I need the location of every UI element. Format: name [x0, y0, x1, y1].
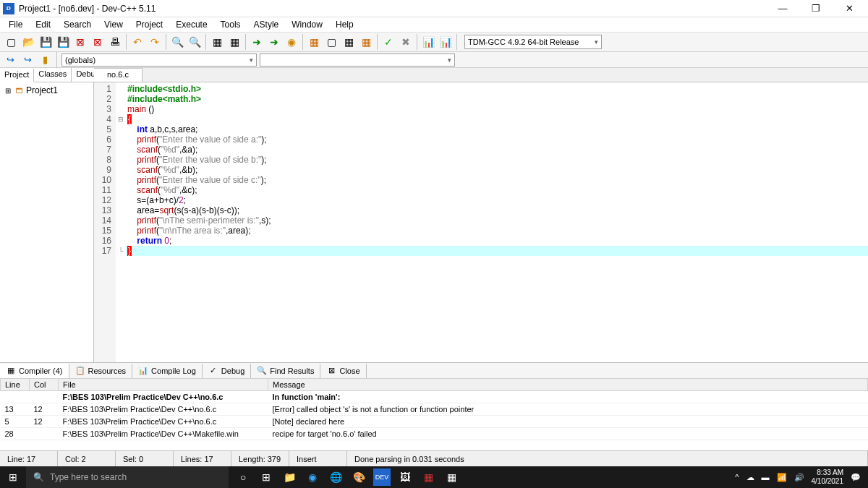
- save-icon[interactable]: 💾: [38, 34, 54, 50]
- statusbar: Line: 17 Col: 2 Sel: 0 Lines: 17 Length:…: [0, 450, 868, 466]
- paint-icon[interactable]: 🎨: [350, 468, 367, 486]
- volume-icon[interactable]: 🔊: [794, 473, 804, 482]
- chevron-down-icon: ▾: [595, 38, 598, 46]
- start-button[interactable]: ⊞: [0, 466, 26, 488]
- profile-icon[interactable]: 📊: [420, 34, 436, 50]
- minimize-button[interactable]: —: [773, 1, 793, 16]
- bottom-tab-debug[interactable]: ✓Debug: [203, 364, 251, 378]
- code-editor[interactable]: 1234567891011121314151617 ⊟└ #include<st…: [94, 82, 868, 362]
- compiler-row[interactable]: 1312F:\BES 103\Prelim Practice\Dev C++\n…: [1, 403, 868, 416]
- compiler-row[interactable]: 512F:\BES 103\Prelim Practice\Dev C++\no…: [1, 416, 868, 428]
- code-area[interactable]: #include<stdio.h>#include<math.h>main ()…: [126, 82, 868, 362]
- taskbar-search[interactable]: 🔍 Type here to search: [26, 466, 229, 488]
- onedrive-icon[interactable]: ☁: [746, 473, 754, 482]
- undo-icon[interactable]: ↶: [129, 34, 145, 50]
- goto-decl-icon[interactable]: ↪: [20, 53, 35, 67]
- menu-view[interactable]: View: [98, 18, 129, 31]
- menu-window[interactable]: Window: [286, 18, 328, 31]
- cortana-icon[interactable]: ○: [234, 468, 252, 486]
- status-parse: Done parsing in 0.031 seconds: [347, 451, 868, 466]
- edge-icon[interactable]: ◉: [304, 468, 321, 486]
- run-icon[interactable]: ▦: [226, 34, 242, 50]
- menu-help[interactable]: Help: [330, 18, 359, 31]
- compile-icon[interactable]: ▦: [209, 34, 225, 50]
- compiler-select[interactable]: TDM-GCC 4.9.2 64-bit Release ▾: [464, 35, 602, 49]
- close-file-icon[interactable]: ⊠: [72, 34, 88, 50]
- project-icon: 🗔: [14, 85, 25, 95]
- compile-run-icon[interactable]: ➜: [249, 34, 265, 50]
- check-icon[interactable]: ✓: [380, 34, 396, 50]
- col-file[interactable]: File: [59, 379, 268, 391]
- bottom-tab-resources[interactable]: 📋Resources: [69, 364, 133, 378]
- goto-func-icon[interactable]: ↪: [3, 53, 17, 67]
- member-select[interactable]: ▾: [260, 53, 455, 67]
- explorer-icon[interactable]: 📁: [281, 468, 298, 486]
- grid4-icon[interactable]: ▦: [358, 34, 374, 50]
- project-tree[interactable]: ⊞ 🗔 Project1: [0, 82, 93, 362]
- grid3-icon[interactable]: ▦: [341, 34, 357, 50]
- task-view-icon[interactable]: ⊞: [258, 468, 275, 486]
- close-all-icon[interactable]: ⊠: [90, 34, 106, 50]
- close-button[interactable]: ✕: [839, 1, 859, 16]
- bookmark-icon[interactable]: ▮: [38, 53, 52, 67]
- cancel-icon[interactable]: ✖: [398, 34, 414, 50]
- status-mode: Insert: [289, 451, 347, 466]
- menu-tools[interactable]: Tools: [215, 18, 247, 31]
- col-col[interactable]: Col: [30, 379, 59, 391]
- expand-icon[interactable]: ⊞: [3, 85, 13, 95]
- rebuild-icon[interactable]: ➜: [266, 34, 282, 50]
- window-titlebar: D Project1 - [no6.dev] - Dev-C++ 5.11 — …: [0, 0, 868, 17]
- chevron-down-icon: ▾: [250, 56, 253, 64]
- delete-profile-icon[interactable]: 📊: [438, 34, 454, 50]
- menu-execute[interactable]: Execute: [170, 18, 213, 31]
- taskbar-clock[interactable]: 8:33 AM 4/10/2021: [812, 468, 844, 486]
- print-icon[interactable]: 🖶: [107, 34, 123, 50]
- wifi-icon[interactable]: 📶: [777, 473, 787, 482]
- bottom-tab-find-results[interactable]: 🔍Find Results: [251, 364, 320, 378]
- clock-date: 4/10/2021: [812, 477, 844, 486]
- maximize-button[interactable]: ❐: [806, 1, 826, 16]
- menu-search[interactable]: Search: [58, 18, 97, 31]
- bottom-tab-compiler-[interactable]: ▦Compiler (4): [0, 364, 69, 378]
- save-all-icon[interactable]: 💾: [55, 34, 71, 50]
- compiler-row[interactable]: 28F:\BES 103\Prelim Practice\Dev C++\Mak…: [1, 428, 868, 440]
- bottom-tab-close[interactable]: ⊠Close: [320, 364, 366, 378]
- toolbar-scope: ↪ ↪ ▮ (globals) ▾ ▾: [0, 52, 868, 68]
- chrome-icon[interactable]: 🌐: [327, 468, 344, 486]
- new-file-icon[interactable]: ▢: [3, 34, 19, 50]
- tray-chevron-icon[interactable]: ^: [735, 473, 739, 481]
- status-sel: Sel: 0: [116, 451, 174, 466]
- debug-icon[interactable]: ◉: [284, 34, 299, 50]
- find-icon[interactable]: 🔍: [169, 34, 185, 50]
- compiler-output[interactable]: LineColFileMessage F:\BES 103\Prelim Pra…: [0, 378, 868, 450]
- devcpp-icon[interactable]: DEV: [373, 468, 391, 486]
- battery-icon[interactable]: ▬: [762, 473, 770, 481]
- replace-icon[interactable]: 🔍: [187, 34, 203, 50]
- menu-edit[interactable]: Edit: [30, 18, 56, 31]
- compiler-row[interactable]: F:\BES 103\Prelim Practice\Dev C++\no.6.…: [1, 391, 868, 403]
- menu-astyle[interactable]: AStyle: [248, 18, 285, 31]
- open-icon[interactable]: 📂: [20, 34, 36, 50]
- redo-icon[interactable]: ↷: [147, 34, 163, 50]
- notifications-icon[interactable]: 💬: [851, 473, 861, 482]
- scope-select[interactable]: (globals) ▾: [61, 53, 257, 67]
- menubar: FileEditSearchViewProjectExecuteToolsASt…: [0, 17, 868, 32]
- grid1-icon[interactable]: ▦: [306, 34, 322, 50]
- menu-project[interactable]: Project: [130, 18, 169, 31]
- col-message[interactable]: Message: [268, 379, 868, 391]
- menu-file[interactable]: File: [3, 18, 28, 31]
- grid2-icon[interactable]: ▢: [323, 34, 339, 50]
- bottom-tab-compile-log[interactable]: 📊Compile Log: [132, 364, 203, 378]
- photos-icon[interactable]: 🖼: [396, 468, 414, 486]
- system-tray[interactable]: ^ ☁ ▬ 📶 🔊 8:33 AM 4/10/2021 💬: [728, 468, 868, 486]
- left-tab-classes[interactable]: Classes: [34, 68, 72, 82]
- col-line[interactable]: Line: [1, 379, 30, 391]
- file-tabs: no.6.c: [94, 68, 868, 82]
- window-title: Project1 - [no6.dev] - Dev-C++ 5.11: [19, 4, 773, 14]
- project-root-item[interactable]: ⊞ 🗔 Project1: [3, 85, 90, 95]
- app2-icon[interactable]: ▦: [443, 468, 460, 486]
- status-lines: Lines: 17: [174, 451, 231, 466]
- left-tab-project[interactable]: Project: [0, 69, 34, 82]
- app-icon[interactable]: ▦: [420, 468, 437, 486]
- file-tab[interactable]: no.6.c: [94, 68, 142, 82]
